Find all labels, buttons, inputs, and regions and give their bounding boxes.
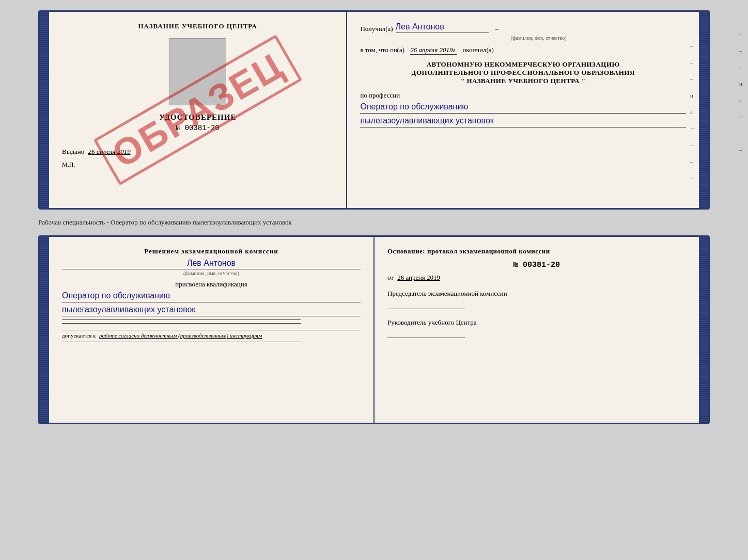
side-mark-6: ←	[690, 125, 696, 132]
rukovoditel-block: Руководитель учебного Центра	[387, 318, 686, 338]
side-mark-9: –	[690, 175, 696, 181]
org-quote2: "	[582, 77, 586, 85]
prisvoena-text: присвоена квалификация	[62, 280, 361, 289]
v-tom-label: в том, что он(а)	[360, 46, 404, 54]
top-left-page: НАЗВАНИЕ УЧЕБНОГО ЦЕНТРА УДОСТОВЕРЕНИЕ №…	[49, 12, 347, 208]
predsedatel-label: Председатель экзаменационной комиссии	[387, 290, 686, 298]
side-mark-8: –	[690, 158, 696, 165]
org-quote1: "	[461, 77, 465, 85]
dash1: –	[495, 25, 499, 33]
poluchil-label: Получил(а)	[360, 25, 393, 33]
document-container: НАЗВАНИЕ УЧЕБНОГО ЦЕНТРА УДОСТОВЕРЕНИЕ №…	[38, 10, 710, 424]
po-professii-label: по профессии	[360, 91, 686, 100]
poluchil-row: Получил(а) Лев Антонов –	[360, 22, 686, 33]
side-mark-5: а	[690, 109, 696, 115]
bottom-booklet: Решением экзаменационной комиссии Лев Ан…	[38, 235, 710, 424]
org-name: НАЗВАНИЕ УЧЕБНОГО ЦЕНТРА	[466, 77, 580, 85]
org-line1: АВТОНОМНУЮ НЕКОММЕРЧЕСКУЮ ОРГАНИЗАЦИЮ	[360, 60, 686, 69]
side-mark-3: –	[690, 76, 696, 82]
separator-text: Рабочая специальность - Оператор по обсл…	[38, 216, 292, 229]
profession-line2-bottom: пылегазоулавливающих установок	[62, 305, 361, 316]
okonchil-label: окончил(а)	[463, 46, 494, 54]
ot-label: от	[387, 274, 394, 281]
side-mark-4: и	[690, 92, 696, 99]
side-marks-top: – – – и а ← – – –	[690, 43, 696, 181]
poluchil-name: Лев Антонов	[396, 22, 489, 33]
predsedatel-signature	[387, 300, 465, 309]
rukovoditel-signature	[387, 329, 465, 338]
profession-line1-top: Оператор по обслуживанию	[360, 102, 686, 114]
top-booklet: НАЗВАНИЕ УЧЕБНОГО ЦЕНТРА УДОСТОВЕРЕНИЕ №…	[38, 10, 710, 210]
rukovoditel-label: Руководитель учебного Центра	[387, 318, 686, 327]
predsedatel-block: Председатель экзаменационной комиссии	[387, 290, 686, 309]
profession-line2-top: пылегазоулавливающих установок	[360, 116, 686, 127]
top-spine-left	[40, 12, 49, 208]
resheniem-text: Решением экзаменационной комиссии	[62, 247, 361, 255]
vydano-date: 26 апреля 2019	[88, 148, 131, 155]
vydano-label: Выдано	[62, 148, 84, 155]
protocol-number: № 00381-20	[387, 261, 686, 269]
side-mark-7: –	[690, 142, 696, 148]
udostoverenie-label: УДОСТОВЕРЕНИЕ	[62, 113, 333, 122]
fio-hint-top: (фамилия, имя, отчество)	[391, 35, 686, 41]
profession-line1-bottom: Оператор по обслуживанию	[62, 291, 361, 302]
top-spine-right	[699, 12, 708, 208]
bottom-name: Лев Антонов	[62, 259, 361, 269]
osnovanie-text: Основание: протокол экзаменационной коми…	[387, 247, 686, 255]
vtom-date: 26 апреля 2019г.	[410, 46, 457, 55]
dopuskaetsya-block: допускается к работе согласно должностны…	[62, 330, 361, 339]
vydano-line: Выдано 26 апреля 2019	[62, 148, 333, 156]
bottom-spine-right	[699, 237, 708, 423]
top-right-page: – – – и а ← – – – Получил(а) Лев Антонов…	[347, 12, 699, 208]
org-line2: ДОПОЛНИТЕЛЬНОГО ПРОФЕССИОНАЛЬНОГО ОБРАЗО…	[360, 69, 686, 77]
org-block: АВТОНОМНУЮ НЕКОММЕРЧЕСКУЮ ОРГАНИЗАЦИЮ ДО…	[360, 60, 686, 85]
bottom-spine-left	[40, 237, 49, 423]
udostoverenie-number: № 00381-20	[62, 124, 333, 132]
v-tom-line: в том, что он(а) 26 апреля 2019г. окончи…	[360, 46, 686, 54]
photo-placeholder	[169, 38, 226, 105]
org-name-line: " НАЗВАНИЕ УЧЕБНОГО ЦЕНТРА "	[360, 77, 686, 85]
top-left-header: НАЗВАНИЕ УЧЕБНОГО ЦЕНТРА	[62, 22, 333, 30]
side-mark-2: –	[690, 59, 696, 66]
fio-hint-bottom: (фамилия, имя, отчество)	[62, 270, 361, 276]
ot-date-row: от 26 апреля 2019	[387, 274, 686, 282]
side-mark-1: –	[690, 43, 696, 49]
bottom-right-page: – – – и а ← – – – Основание: протокол эк…	[375, 237, 699, 423]
rabota-text: работе согласно должностным (производств…	[99, 332, 262, 339]
ot-date-value: 26 апреля 2019	[397, 274, 440, 281]
dopuskaetsya-label: допускается к	[62, 332, 96, 339]
mp-label: М.П.	[62, 161, 333, 169]
bottom-left-page: Решением экзаменационной комиссии Лев Ан…	[49, 237, 375, 423]
